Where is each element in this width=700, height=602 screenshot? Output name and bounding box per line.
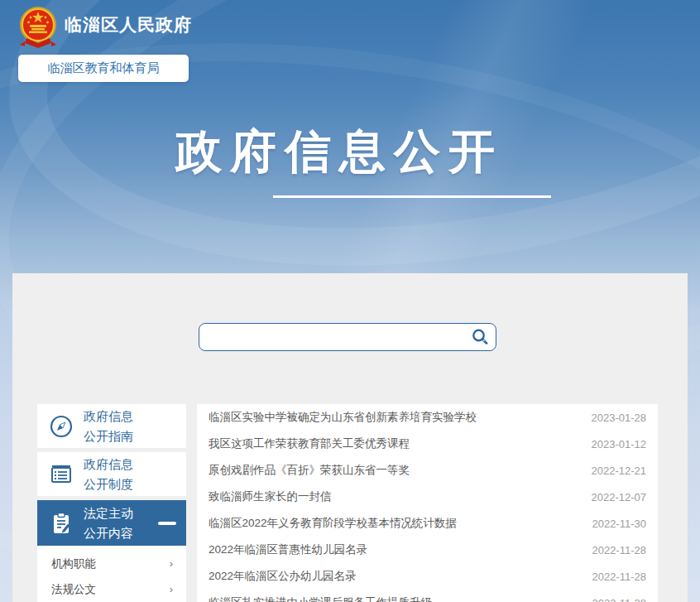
sidebar-item-gov-info-guide[interactable]: 政府信息公开指南: [37, 404, 186, 448]
sidebar-item-label: 法定主动公开内容: [84, 503, 133, 542]
news-title: 我区这项工作荣获教育部关工委优秀课程: [209, 436, 410, 451]
news-title: 临淄区实验中学被确定为山东省创新素养培育实验学校: [209, 410, 477, 425]
site-title: 临淄区人民政府: [65, 13, 192, 36]
clipboard-pen-icon: [48, 510, 74, 537]
news-title: 2022年临淄区普惠性幼儿园名录: [209, 542, 367, 557]
sidebar-item-statutory-disclosure[interactable]: 法定主动公开内容: [37, 500, 186, 546]
search-bar: [199, 323, 496, 351]
submenu-item-org-functions[interactable]: 机构职能 ›: [37, 551, 186, 576]
news-row[interactable]: 我区这项工作荣获教育部关工委优秀课程 2023-01-12: [197, 431, 658, 457]
news-title: 致临淄师生家长的一封信: [209, 489, 332, 504]
sidebar-submenu: 机构职能 › 法规公文 ›: [37, 546, 186, 602]
document-list-icon: [48, 461, 74, 488]
submenu-label: 机构职能: [51, 556, 96, 571]
submenu-label: 法规公文: [51, 582, 96, 597]
page: 临淄区人民政府 临淄区教育和体育局 政府信息公开 政府信息公开指南: [0, 0, 700, 602]
department-button[interactable]: 临淄区教育和体育局: [18, 55, 189, 82]
sidebar-item-label: 政府信息公开制度: [84, 455, 133, 494]
news-date: 2022-11-28: [592, 597, 646, 602]
news-title: 2022年临淄区公办幼儿园名录: [209, 569, 357, 584]
page-title: 政府信息公开: [124, 121, 554, 184]
news-row[interactable]: 临淄区实验中学被确定为山东省创新素养培育实验学校 2023-01-28: [197, 404, 658, 431]
news-date: 2023-01-28: [592, 412, 647, 424]
news-title: 原创戏剧作品《百折》荣获山东省一等奖: [209, 463, 410, 478]
search-button[interactable]: [464, 324, 496, 350]
search-icon: [471, 328, 489, 346]
news-title: 临淄区扎实推进中小学课后服务工作提质升级: [209, 595, 432, 602]
search-input[interactable]: [199, 324, 464, 350]
compass-icon: [48, 413, 74, 440]
news-date: 2022-11-28: [592, 571, 646, 583]
news-row[interactable]: 临淄区扎实推进中小学课后服务工作提质升级 2022-11-28: [197, 590, 658, 602]
news-date: 2022-12-21: [592, 465, 647, 477]
news-date: 2022-12-07: [592, 491, 647, 503]
news-row[interactable]: 2022年临淄区普惠性幼儿园名录 2022-11-28: [197, 537, 658, 563]
news-date: 2023-01-12: [592, 438, 647, 450]
submenu-item-laws-documents[interactable]: 法规公文 ›: [37, 576, 186, 602]
news-row[interactable]: 2022年临淄区公办幼儿园名录 2022-11-28: [197, 563, 658, 590]
news-date: 2022-11-30: [592, 518, 646, 530]
national-emblem-icon: [18, 5, 58, 50]
title-underline: [273, 195, 551, 198]
active-dash-icon: [158, 522, 176, 525]
news-date: 2022-11-28: [592, 544, 646, 556]
sidebar-item-label: 政府信息公开指南: [84, 407, 133, 445]
news-row[interactable]: 原创戏剧作品《百折》荣获山东省一等奖 2022-12-21: [197, 457, 658, 484]
chevron-right-icon: ›: [170, 557, 173, 570]
news-title: 临淄区2022年义务教育阶段学校基本情况统计数据: [209, 516, 457, 531]
news-row[interactable]: 临淄区2022年义务教育阶段学校基本情况统计数据 2022-11-30: [197, 510, 658, 537]
news-list: 临淄区实验中学被确定为山东省创新素养培育实验学校 2023-01-28 我区这项…: [197, 404, 658, 602]
chevron-right-icon: ›: [170, 583, 173, 595]
news-row[interactable]: 致临淄师生家长的一封信 2022-12-07: [197, 484, 658, 510]
sidebar-item-gov-info-system[interactable]: 政府信息公开制度: [37, 452, 186, 496]
